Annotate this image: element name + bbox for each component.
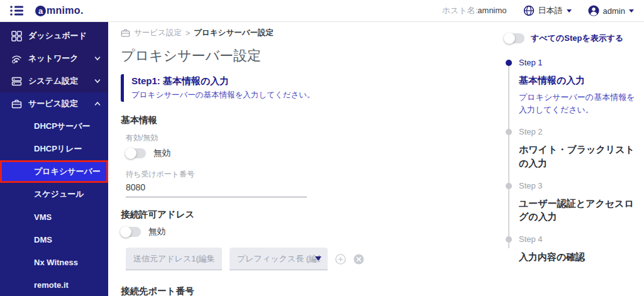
- listen-port-input[interactable]: [126, 181, 307, 197]
- step-label: Step 2: [519, 127, 638, 136]
- destination-port-section: 接続先ポート番号: [121, 285, 489, 296]
- user-label: admin: [603, 6, 625, 16]
- toggle-knob: [504, 33, 515, 44]
- sidebar-subitem-nx-witness[interactable]: Nx Witness: [0, 251, 108, 273]
- step-title: 基本情報の入力: [519, 74, 638, 87]
- dropdown-triangle-icon: [315, 256, 321, 261]
- sidebar-item-label: ネットワーク: [28, 53, 88, 64]
- toggle-knob: [120, 226, 131, 238]
- logo-text: mnimo.: [47, 5, 84, 16]
- breadcrumb-section-link[interactable]: サービス設定: [134, 28, 182, 38]
- allowed-address-row: [126, 248, 489, 270]
- language-selector[interactable]: 日本語: [523, 5, 572, 16]
- allowed-address-toggle[interactable]: [121, 227, 141, 237]
- sidebar-subitem-vms[interactable]: VMS: [0, 206, 108, 228]
- top-header: amnimo. ホスト名:amnimo 日本語: [0, 0, 644, 22]
- sidebar-subitem-schedule[interactable]: スケジュール: [0, 183, 108, 206]
- page-title: プロキシサーバー設定: [121, 47, 489, 65]
- sidebar-subitem-label: remote.it: [34, 280, 69, 290]
- steps-timeline: Step 1 基本情報の入力 プロキシサーバーの基本情報を入力してください。 S…: [506, 58, 638, 264]
- step-label: Step 4: [519, 234, 638, 244]
- chevron-down-icon: [567, 9, 572, 13]
- hostname-value: amnimo: [477, 6, 506, 15]
- toggle-state-text: 無効: [153, 148, 170, 159]
- user-avatar-icon: [588, 5, 599, 16]
- service-settings-icon: [11, 99, 22, 109]
- step-title: 入力内容の確認: [519, 250, 638, 264]
- sidebar-subitem-dhcp-relay[interactable]: DHCPリレー: [0, 138, 108, 160]
- header-right-group: ホスト名:amnimo 日本語 admin: [442, 5, 634, 16]
- show-all-steps-toggle[interactable]: [504, 33, 525, 43]
- step-banner: Step1: 基本情報の入力 プロキシサーバーの基本情報を入力してください。: [121, 74, 489, 102]
- globe-icon: [523, 5, 535, 16]
- step-navigation-panel: すべてのStepを表示する Step 1 基本情報の入力 プロキシサーバーの基本…: [498, 22, 644, 296]
- step-item-2: Step 2 ホワイト・ブラックリストの入力: [506, 127, 638, 170]
- chevron-down-icon: [94, 55, 101, 62]
- user-menu[interactable]: admin: [588, 5, 634, 16]
- sidebar-subitem-label: DMS: [34, 235, 52, 244]
- show-all-steps-label: すべてのStepを表示する: [531, 33, 623, 44]
- sidebar-group-service-settings: サービス設定 DHCPサーバー DHCPリレー プロキシサーバー スケジュール …: [0, 92, 108, 296]
- step-description: プロキシサーバーの基本情報を入力してください。: [519, 91, 638, 116]
- step-label: Step 1: [519, 58, 638, 67]
- toggle-knob: [125, 148, 136, 159]
- sidebar-subitem-proxy-server[interactable]: プロキシサーバー: [2, 162, 106, 181]
- logo-a-mark: a: [35, 6, 46, 16]
- step-dot: [506, 60, 512, 66]
- enable-toggle[interactable]: [126, 148, 146, 158]
- basic-info-section: 基本情報 有効/無効 無効 待ち受けポート番号: [121, 114, 489, 197]
- step-banner-title: Step1: 基本情報の入力: [131, 75, 489, 87]
- basic-info-heading: 基本情報: [121, 114, 489, 126]
- sidebar-subitem-remote-it[interactable]: remote.it: [0, 273, 108, 296]
- breadcrumb-current: プロキシサーバー設定: [194, 28, 274, 38]
- main-content: サービス設定 > プロキシサーバー設定 プロキシサーバー設定 Step1: 基本…: [108, 22, 498, 296]
- step-item-1: Step 1 基本情報の入力 プロキシサーバーの基本情報を入力してください。: [506, 58, 638, 116]
- sidebar-item-network[interactable]: ネットワーク: [0, 47, 108, 70]
- destination-port-heading: 接続先ポート番号: [121, 285, 489, 296]
- step-item-3: Step 3 ユーザー認証とアクセスログの入力: [506, 181, 638, 224]
- sidebar-subitem-label: スケジュール: [34, 189, 84, 200]
- active-item-annotation-box: プロキシサーバー: [0, 160, 108, 183]
- hamburger-menu-icon[interactable]: [10, 5, 24, 16]
- sidebar-subitem-label: DHCPリレー: [34, 143, 82, 155]
- hostname-label: ホスト名:: [442, 6, 478, 15]
- sidebar-subitem-dhcp-server[interactable]: DHCPサーバー: [0, 115, 108, 138]
- listen-port-label: 待ち受けポート番号: [126, 169, 489, 180]
- step-dot: [506, 183, 512, 189]
- sidebar-item-system-settings[interactable]: システム設定: [0, 70, 108, 92]
- chevron-down-icon: [94, 78, 101, 84]
- system-settings-icon: [11, 76, 22, 87]
- step-title: ホワイト・ブラックリストの入力: [519, 143, 638, 170]
- source-address-input: [126, 248, 222, 270]
- amnimo-logo: amnimo.: [35, 5, 84, 16]
- basic-toggle-row: 無効: [126, 148, 489, 159]
- step-banner-description: プロキシサーバーの基本情報を入力してください。: [131, 90, 489, 101]
- step-dot: [506, 236, 512, 243]
- enable-disable-label: 有効/無効: [126, 133, 489, 143]
- service-settings-icon: [121, 28, 130, 38]
- sidebar-subitem-label: VMS: [34, 212, 52, 222]
- chevron-down-icon: [629, 9, 634, 13]
- sidebar-item-service-settings[interactable]: サービス設定: [0, 92, 108, 115]
- step-label: Step 3: [519, 181, 638, 190]
- breadcrumb-separator: >: [186, 29, 190, 38]
- step-item-4: Step 4 入力内容の確認: [506, 234, 638, 264]
- prefix-length-input: [230, 248, 328, 270]
- remove-row-icon-disabled: [353, 254, 364, 265]
- allowed-toggle-row: 無効: [121, 226, 489, 238]
- step-dot: [506, 129, 512, 135]
- sidebar-item-label: システム設定: [28, 75, 88, 87]
- network-icon: [11, 53, 22, 64]
- sidebar-item-dashboard[interactable]: ダッシュボード: [0, 25, 108, 47]
- sidebar-item-label: サービス設定: [28, 98, 88, 109]
- sidebar-subitem-dms[interactable]: DMS: [0, 228, 108, 251]
- hostname-display: ホスト名:amnimo: [442, 5, 507, 16]
- dashboard-icon: [11, 31, 22, 41]
- allowed-address-heading: 接続許可アドレス: [121, 209, 489, 221]
- add-row-icon-disabled: [335, 254, 346, 265]
- sidebar-nav: ダッシュボード ネットワーク システム設定: [0, 22, 108, 296]
- show-all-steps-row: すべてのStepを表示する: [504, 33, 638, 44]
- toggle-state-text: 無効: [148, 226, 165, 238]
- app-window: amnimo. ホスト名:amnimo 日本語: [0, 0, 644, 296]
- breadcrumb: サービス設定 > プロキシサーバー設定: [121, 28, 489, 38]
